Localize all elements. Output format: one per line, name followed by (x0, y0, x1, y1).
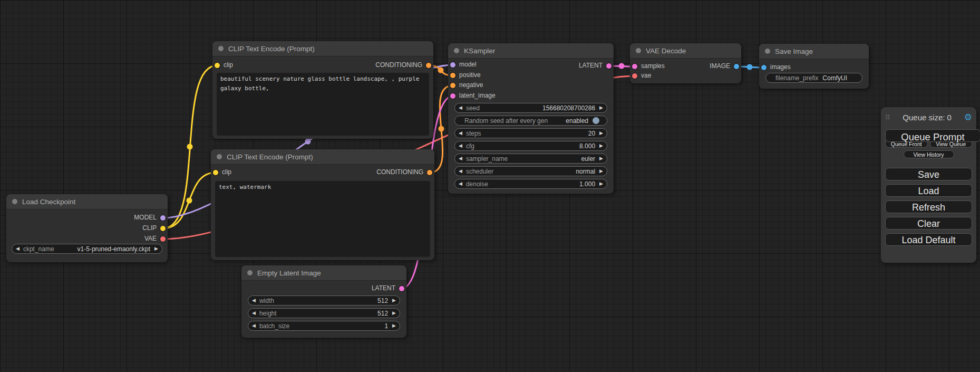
height-widget[interactable]: ◀ height 512 ▶ (248, 308, 400, 318)
increment-arrow-icon[interactable]: ▶ (392, 311, 396, 316)
conditioning-output-dot[interactable] (427, 170, 432, 175)
cfg-widget[interactable]: ◀ cfg 8.000 ▶ (454, 141, 607, 151)
decrement-arrow-icon[interactable]: ◀ (459, 131, 462, 136)
refresh-button[interactable]: Refresh (885, 201, 972, 213)
input-slot-vae: vae (630, 71, 741, 81)
node-load-checkpoint[interactable]: Load Checkpoint MODEL CLIP VAE ◀ ckpt_na… (6, 194, 168, 262)
decrement-arrow-icon[interactable]: ◀ (459, 182, 462, 186)
model-output-dot[interactable] (160, 215, 166, 221)
node-title: CLIP Text Encode (Prompt) (228, 45, 315, 53)
negative-input-dot[interactable] (450, 83, 455, 88)
increment-arrow-icon[interactable]: ▶ (599, 169, 603, 174)
filename-prefix-widget[interactable]: filename_prefix ComfyUI (765, 73, 862, 83)
view-history-row: View History (885, 149, 972, 159)
node-titlebar[interactable]: Save Image (759, 44, 869, 59)
output-slot-clip: CLIP (6, 224, 168, 233)
conditioning-output-dot[interactable] (426, 63, 431, 68)
input-slot-negative: negative (448, 81, 614, 90)
drag-handle-icon[interactable]: ⠿ (885, 114, 890, 121)
input-slot-model: model LATENT (448, 60, 614, 70)
random-seed-toggle-widget[interactable]: Random seed after every gen enabled (454, 116, 607, 126)
collapse-dot[interactable] (217, 154, 222, 159)
clip-input-dot[interactable] (213, 170, 218, 175)
increment-arrow-icon[interactable]: ▶ (599, 156, 603, 161)
slot-row: clip CONDITIONING (212, 61, 433, 70)
model-input-dot[interactable] (450, 62, 455, 68)
load-default-button[interactable]: Load Default (885, 233, 972, 246)
decrement-arrow-icon[interactable]: ◀ (252, 311, 256, 316)
clip-output-dot[interactable] (160, 226, 166, 231)
queue-panel: ⠿ Queue size: 0 ⚙ Queue Prompt Extra opt… (881, 107, 976, 263)
queue-size-label: Queue size: 0 (890, 113, 964, 122)
node-titlebar[interactable]: KSampler (448, 43, 614, 59)
increment-arrow-icon[interactable]: ▶ (599, 182, 603, 186)
prompt-textarea[interactable]: text, watermark (215, 181, 430, 257)
seed-widget[interactable]: ◀ seed 156680208700286 ▶ (454, 103, 607, 113)
node-vae-decode[interactable]: VAE Decode samples IMAGE vae (630, 43, 741, 83)
node-titlebar[interactable]: Load Checkpoint (6, 194, 168, 209)
save-button[interactable]: Save (885, 168, 972, 180)
node-titlebar[interactable]: Empty Latent Image (241, 265, 406, 281)
input-slot-images: images (759, 63, 869, 72)
decrement-arrow-icon[interactable]: ◀ (459, 169, 462, 174)
node-title: Load Checkpoint (22, 198, 75, 206)
clip-input-dot[interactable] (215, 63, 220, 68)
denoise-widget[interactable]: ◀ denoise 1.000 ▶ (454, 179, 607, 189)
gear-icon[interactable]: ⚙ (964, 113, 972, 122)
images-input-dot[interactable] (761, 65, 766, 70)
node-save-image[interactable]: Save Image images filename_prefix ComfyU… (759, 44, 869, 89)
link-midpoint-dot (619, 63, 625, 69)
queue-prompt-button[interactable]: Queue Prompt (885, 129, 980, 142)
vae-output-dot[interactable] (160, 236, 166, 242)
latent-output-dot[interactable] (606, 63, 612, 69)
decrement-arrow-icon[interactable]: ◀ (459, 144, 462, 148)
node-clip-text-encode-positive[interactable]: CLIP Text Encode (Prompt) clip CONDITION… (212, 41, 433, 139)
increment-arrow-icon[interactable]: ▶ (599, 131, 603, 136)
increment-arrow-icon[interactable]: ▶ (599, 106, 603, 110)
increment-arrow-icon[interactable]: ▶ (154, 246, 158, 251)
steps-widget[interactable]: ◀ steps 20 ▶ (454, 128, 607, 138)
width-widget[interactable]: ◀ width 512 ▶ (248, 295, 400, 306)
decrement-arrow-icon[interactable]: ◀ (252, 298, 256, 303)
collapse-dot[interactable] (218, 46, 224, 51)
node-title: VAE Decode (646, 47, 686, 55)
node-titlebar[interactable]: CLIP Text Encode (Prompt) (212, 41, 433, 56)
decrement-arrow-icon[interactable]: ◀ (252, 323, 256, 328)
comfyui-canvas[interactable]: { "nodes": { "load_checkpoint": { "title… (0, 0, 980, 372)
decrement-arrow-icon[interactable]: ◀ (16, 246, 20, 251)
input-slot-latent-image: latent_image (448, 91, 614, 101)
load-button[interactable]: Load (885, 184, 972, 197)
node-title: CLIP Text Encode (Prompt) (227, 153, 313, 161)
node-titlebar[interactable]: VAE Decode (630, 43, 741, 59)
scheduler-widget[interactable]: ◀ scheduler normal ▶ (454, 166, 607, 176)
decrement-arrow-icon[interactable]: ◀ (459, 106, 462, 110)
increment-arrow-icon[interactable]: ▶ (599, 144, 603, 148)
increment-arrow-icon[interactable]: ▶ (392, 298, 396, 303)
view-history-button[interactable]: View History (904, 150, 954, 158)
node-ksampler[interactable]: KSampler model LATENT positive negative … (448, 43, 614, 194)
toggle-circle-icon[interactable] (593, 117, 599, 124)
latent-image-input-dot[interactable] (450, 93, 455, 99)
collapse-dot[interactable] (12, 199, 17, 204)
batch-size-widget[interactable]: ◀ batch_size 1 ▶ (248, 321, 400, 331)
latent-output-dot[interactable] (399, 286, 404, 291)
slot-row: clip CONDITIONING (211, 168, 434, 177)
node-clip-text-encode-negative[interactable]: CLIP Text Encode (Prompt) clip CONDITION… (211, 149, 434, 260)
samples-input-dot[interactable] (632, 64, 637, 69)
prompt-textarea[interactable]: beautiful scenery nature glass bottle la… (217, 73, 429, 136)
ckpt-name-widget[interactable]: ◀ ckpt_name v1-5-pruned-emaonly.ckpt ▶ (12, 244, 162, 254)
collapse-dot[interactable] (636, 48, 641, 53)
sampler-name-widget[interactable]: ◀ sampler_name euler ▶ (454, 154, 607, 164)
collapse-dot[interactable] (454, 48, 459, 53)
positive-input-dot[interactable] (450, 73, 455, 78)
collapse-dot[interactable] (765, 49, 770, 54)
vae-input-dot[interactable] (632, 73, 637, 79)
workflow-actions: Save Load Refresh Clear Load Default (885, 168, 972, 246)
clear-button[interactable]: Clear (885, 217, 972, 230)
node-titlebar[interactable]: CLIP Text Encode (Prompt) (211, 149, 434, 165)
node-empty-latent-image[interactable]: Empty Latent Image LATENT ◀ width 512 ▶ … (241, 265, 406, 338)
decrement-arrow-icon[interactable]: ◀ (459, 156, 462, 161)
collapse-dot[interactable] (247, 270, 253, 275)
image-output-dot[interactable] (734, 64, 739, 69)
increment-arrow-icon[interactable]: ▶ (392, 323, 396, 328)
